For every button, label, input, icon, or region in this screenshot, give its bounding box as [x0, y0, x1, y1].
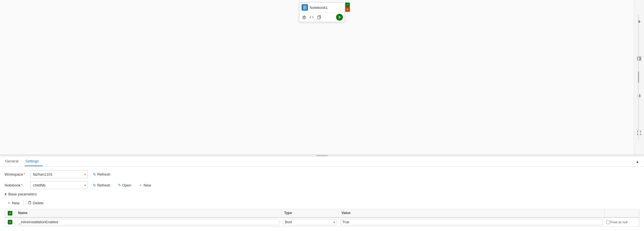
workspace-dropdown[interactable]: fazhan1101 ▾ — [30, 170, 88, 178]
add-param-btn[interactable]: ＋ New — [5, 199, 22, 207]
notebook-open-btn[interactable]: ✎ Open — [116, 182, 134, 189]
notebook-dropdown[interactable]: childNb ▾ — [30, 181, 88, 189]
row-name-cell — [15, 218, 281, 226]
fit-view-btn[interactable] — [636, 55, 643, 62]
zoom-slider-track — [638, 14, 639, 140]
row-type-cell: Bool String Int Float Date — [281, 218, 339, 226]
fit-icon — [637, 56, 641, 61]
params-table-header: Name Type Value — [5, 209, 639, 218]
delete-param-btn[interactable]: Delete — [26, 199, 46, 206]
notebook-row: Notebook* childNb ▾ ↻ Refresh ✎ Open ＋ N… — [5, 181, 639, 189]
header-name: Name — [15, 209, 281, 217]
notebook-refresh-icon: ↻ — [93, 183, 96, 187]
panel-tabs: General Settings ▲ — [0, 156, 644, 167]
row-checkbox-cell — [5, 218, 15, 226]
treat-as-null-label: Treat as null — [610, 220, 627, 224]
workspace-required: * — [24, 172, 25, 176]
notebook-select[interactable]: childNb — [33, 181, 85, 189]
param-type-wrapper: Bool String Int Float Date — [283, 219, 337, 225]
param-name-input[interactable] — [17, 219, 279, 225]
expand-canvas-btn[interactable] — [636, 129, 643, 136]
node-go-btn[interactable] — [336, 14, 343, 21]
base-params-label: Base parameters — [8, 192, 37, 196]
workspace-refresh-icon: ↻ — [93, 172, 96, 176]
node-status-icons: ✓ ✕ — [345, 3, 350, 12]
notebook-new-icon: ＋ — [139, 183, 142, 188]
copy-icon — [317, 15, 321, 19]
node-copy-btn[interactable] — [316, 15, 322, 20]
canvas-area: Notebook1 ✓ ✕ — [0, 0, 644, 155]
workspace-refresh-btn[interactable]: ↻ Refresh — [91, 171, 113, 178]
code-icon — [310, 15, 314, 19]
notebook-svg-icon — [303, 5, 307, 9]
svg-rect-22 — [28, 202, 31, 204]
notebook-open-icon: ✎ — [118, 183, 121, 187]
settings-content: Workspace* fazhan1101 ▾ ↻ Refresh Notebo… — [0, 167, 644, 231]
header-checkbox[interactable] — [8, 211, 12, 216]
expand-icon — [637, 131, 641, 135]
params-actions-separator — [24, 200, 24, 206]
add-param-icon: ＋ — [7, 200, 11, 205]
node-toolbar — [299, 13, 345, 22]
grid-toggle-btn[interactable] — [636, 92, 643, 99]
node-accept-icon[interactable]: ✓ — [345, 3, 350, 7]
svg-rect-11 — [318, 16, 320, 19]
tab-settings[interactable]: Settings — [25, 157, 43, 166]
add-node-btn[interactable] — [636, 18, 643, 25]
workspace-select[interactable]: fazhan1101 — [33, 170, 85, 178]
notebook-refresh-btn[interactable]: ↻ Refresh — [91, 182, 113, 189]
svg-rect-21 — [29, 201, 30, 201]
bottom-panel: General Settings ▲ Workspace* fazhan1101… — [0, 156, 644, 231]
divider-handle — [316, 155, 328, 156]
header-check — [5, 209, 15, 217]
treat-as-null-checkbox[interactable] — [606, 220, 610, 224]
notebook-icon — [302, 4, 308, 11]
row-checkbox[interactable] — [8, 220, 12, 224]
header-extra — [605, 209, 639, 217]
param-type-select[interactable]: Bool String Int Float Date — [283, 219, 337, 225]
base-params-actions: ＋ New Delete — [5, 199, 639, 207]
trash-icon — [302, 15, 306, 19]
zoom-slider-thumb[interactable] — [638, 71, 639, 83]
plus-icon — [637, 19, 641, 24]
workspace-label: Workspace* — [5, 172, 28, 176]
header-type: Type — [281, 209, 339, 217]
notebook-required: * — [21, 183, 23, 187]
row-null-cell: Treat as null — [605, 218, 639, 226]
node-delete-btn[interactable] — [301, 15, 307, 20]
node-code-btn[interactable] — [309, 15, 315, 20]
node-title: Notebook1 — [310, 5, 342, 10]
arrow-right-icon — [338, 15, 341, 19]
grid-icon — [637, 94, 641, 98]
base-params-chevron: ▾ — [5, 192, 7, 196]
tab-general[interactable]: General — [5, 157, 22, 166]
notebook-node: Notebook1 ✓ ✕ — [299, 2, 345, 22]
header-value: Value — [339, 209, 605, 217]
notebook-label: Notebook* — [5, 183, 28, 187]
node-reject-icon[interactable]: ✕ — [345, 7, 350, 12]
workspace-row: Workspace* fazhan1101 ▾ ↻ Refresh — [5, 170, 639, 178]
row-value-cell — [339, 218, 605, 226]
base-params-header[interactable]: ▾ Base parameters — [5, 192, 639, 196]
param-value-input[interactable] — [340, 219, 603, 225]
right-controls — [634, 0, 644, 154]
table-row: Bool String Int Float Date Treat as null — [5, 218, 639, 227]
svg-rect-6 — [303, 16, 305, 16]
panel-collapse-btn[interactable]: ▲ — [634, 158, 641, 165]
notebook-new-btn[interactable]: ＋ New — [136, 181, 153, 189]
node-header: Notebook1 ✓ ✕ — [299, 3, 345, 13]
svg-rect-7 — [303, 17, 306, 19]
trash-small-icon — [28, 201, 32, 204]
delete-param-icon — [28, 201, 32, 205]
